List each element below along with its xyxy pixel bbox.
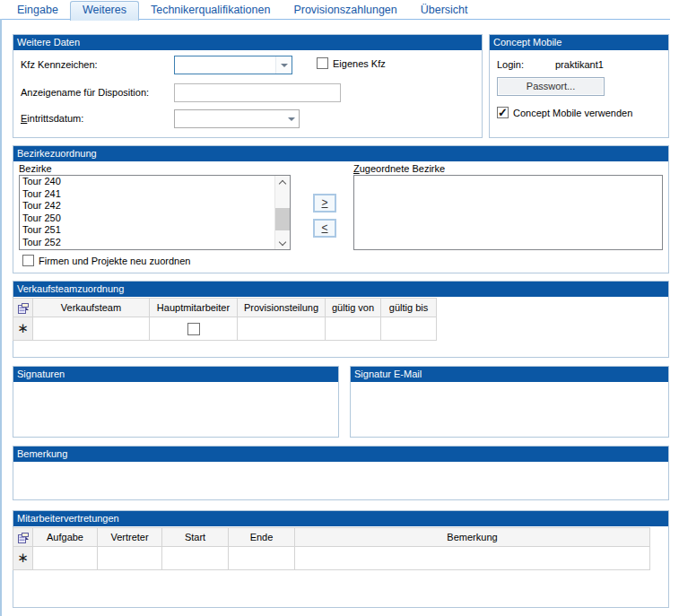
new-row-indicator: ∗ [13,317,33,341]
section-header-signatur-email: Signatur E-Mail [351,367,668,382]
grid-customize-button[interactable] [13,299,33,317]
table-row: ∗ [13,317,437,341]
group-signatur-email: Signatur E-Mail [350,366,669,438]
grid-customize-icon [17,302,30,315]
group-mitarbeitervertretungen: Mitarbeitervertretungen Aufgabe Vertrete… [13,510,669,608]
bezirke-scrollbar[interactable] [274,176,290,249]
table-row: ∗ [13,547,650,570]
section-header-weitere-daten: Weitere Daten [13,35,482,50]
tab-eingabe[interactable]: Eingabe [5,2,70,19]
section-header-verkaufsteamzuordnung: Verkaufsteamzuordnung [13,282,668,297]
eigenes-kfz-checkrow: Eigenes Kfz [317,57,386,69]
section-header-bemerkung: Bemerkung [13,447,668,462]
column-header-gueltig-von[interactable]: gültig von [326,299,381,317]
grid-customize-button[interactable] [13,528,33,547]
eintrittsdatum-value[interactable] [175,110,283,127]
column-header-hauptmitarbeiter[interactable]: Hauptmitarbeiter [150,299,238,317]
section-header-signaturen: Signaturen [13,367,338,382]
eigenes-kfz-checkbox[interactable] [317,57,328,69]
section-header-concept-mobile: Concept Mobile [490,35,668,50]
grid-cell-aufgabe[interactable] [33,547,98,570]
kfz-kennzeichen-label: Kfz Kennzeichen: [21,59,98,70]
group-bemerkung: Bemerkung [13,446,669,500]
column-header-start[interactable]: Start [162,528,229,547]
grid-cell-gueltig-von[interactable] [326,317,381,341]
grid-cell-provisionsteilung[interactable] [238,317,326,341]
grid-cell-ende[interactable] [229,547,295,570]
tab-technikerqualifikationen[interactable]: Technikerqualifikationen [139,2,282,19]
anzeigename-label: Anzeigename für Disposition: [21,87,149,98]
tab-strip: Eingabe Weiteres Technikerqualifikatione… [0,2,670,20]
group-bezirkezuordnung: Bezirkezuordnung Bezirke Tour 240 Tour 2… [13,145,669,273]
list-item[interactable]: Tour 250 [20,213,290,225]
column-header-provisionsteilung[interactable]: Provisionsteilung [238,299,326,317]
tab-weiteres[interactable]: Weiteres [70,1,139,21]
chevron-down-icon [288,117,295,121]
mitarbeitervertretungen-grid: Aufgabe Vertreter Start Ende Bemerkung ∗ [13,527,650,570]
login-label: Login: [497,59,524,70]
tab-provisionszahlungen[interactable]: Provisionszahlungen [282,2,408,19]
login-value: praktikant1 [555,59,604,70]
eintrittsdatum-dropdown-button[interactable] [283,110,299,127]
verkaufsteam-grid: Verkaufsteam Hauptmitarbeiter Provisions… [13,298,437,341]
zugeordnete-bezirke-listbox[interactable] [353,175,663,250]
kfz-kennzeichen-value[interactable] [175,56,275,74]
anzeigename-input[interactable] [174,83,341,102]
firmen-projekte-checkrow: Firmen und Projekte neu zuordnen [22,255,190,266]
eintrittsdatum-datepicker[interactable] [174,109,300,128]
passwort-button[interactable]: Passwort... [497,77,605,96]
column-header-ende[interactable]: Ende [229,528,295,547]
concept-mobile-verwenden-label: Concept Mobile verwenden [513,108,632,118]
signaturen-textarea[interactable] [13,382,338,437]
weiteres-tab-page: Eingabe Weiteres Technikerqualifikatione… [0,0,679,616]
group-weitere-daten: Weitere Daten Kfz Kennzeichen: Eigenes K… [13,34,483,138]
page-left-border [0,19,2,616]
group-signaturen: Signaturen [13,366,339,438]
section-header-bezirkezuordnung: Bezirkezuordnung [13,146,668,161]
section-header-mitarbeitervertretungen: Mitarbeitervertretungen [13,511,668,526]
group-concept-mobile: Concept Mobile Login: praktikant1 Passwo… [489,34,669,138]
new-row-indicator: ∗ [13,547,33,570]
grid-cell-hauptmitarbeiter[interactable] [150,317,238,341]
signatur-email-textarea[interactable] [351,382,668,437]
scroll-down-arrow[interactable] [275,236,290,249]
column-header-vertreter[interactable]: Vertreter [98,528,162,547]
eigenes-kfz-label: Eigenes Kfz [333,58,386,69]
group-verkaufsteamzuordnung: Verkaufsteamzuordnung Verkaufsteam Haupt… [13,281,669,358]
scroll-up-arrow[interactable] [275,176,290,189]
column-header-aufgabe[interactable]: Aufgabe [33,528,98,547]
tab-uebersicht[interactable]: Übersicht [409,2,480,19]
concept-mobile-verwenden-checkbox[interactable] [497,107,509,118]
concept-mobile-verwenden-checkrow: Concept Mobile verwenden [497,107,632,118]
kfz-dropdown-button[interactable] [275,56,292,74]
kfz-kennzeichen-combobox[interactable] [174,56,292,74]
list-item[interactable]: Tour 240 [20,176,290,188]
scroll-thumb[interactable] [275,208,290,230]
list-item[interactable]: Tour 241 [20,188,290,201]
list-item[interactable]: Tour 252 [20,237,290,249]
unassign-bezirk-button[interactable]: < [313,219,336,238]
firmen-projekte-checkbox[interactable] [22,255,34,266]
grid-cell-start[interactable] [162,547,229,570]
column-header-gueltig-bis[interactable]: gültig bis [381,299,437,317]
bezirke-listbox[interactable]: Tour 240 Tour 241 Tour 242 Tour 250 Tour… [19,175,291,250]
zugeordnete-bezirke-label: Zugeordnete Bezirke [353,163,445,174]
chevron-down-icon [281,64,288,67]
list-item[interactable]: Tour 242 [20,200,290,213]
bezirke-label: Bezirke [19,163,52,174]
grid-cell-bemerkung[interactable] [295,547,650,570]
grid-customize-icon [17,532,30,544]
eintrittsdatum-label: Eintrittsdatum: [21,113,83,124]
grid-cell-vertreter[interactable] [98,547,162,570]
list-item[interactable]: Tour 251 [20,224,290,237]
hauptmitarbeiter-checkbox[interactable] [187,323,200,335]
column-header-verkaufsteam[interactable]: Verkaufsteam [33,299,150,317]
grid-cell-verkaufsteam[interactable] [33,317,150,341]
column-header-bemerkung[interactable]: Bemerkung [295,528,650,547]
bemerkung-textarea[interactable] [13,462,668,499]
grid-cell-gueltig-bis[interactable] [381,317,437,341]
assign-bezirk-button[interactable]: > [313,194,336,213]
firmen-projekte-label: Firmen und Projekte neu zuordnen [39,256,190,266]
